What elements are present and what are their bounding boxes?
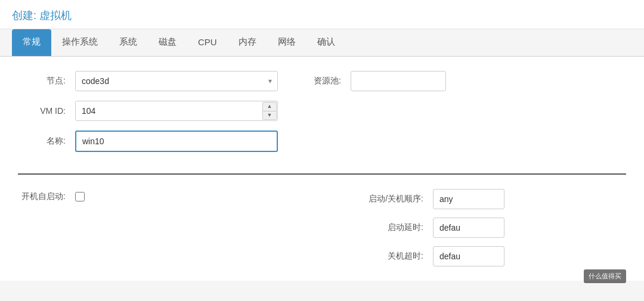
name-row: 名称:: [18, 131, 626, 152]
vmid-increment-button[interactable]: ▲: [262, 102, 277, 111]
startup-delay-input[interactable]: [433, 218, 504, 238]
right-options-col: 启动/关机顺序: 启动延时: 关机超时:: [328, 189, 626, 266]
form-section-top: 节点: code3d ▾ 资源池: VM ID: ▲: [18, 71, 626, 175]
tab-disk[interactable]: 磁盘: [148, 29, 187, 56]
vmid-spinner-wrapper: ▲ ▼: [75, 101, 278, 121]
shutdown-timeout-input[interactable]: [433, 246, 504, 266]
vmid-label: VM ID:: [18, 106, 66, 116]
node-label: 节点:: [18, 76, 66, 86]
startup-delay-label: 启动延时:: [340, 222, 423, 233]
bottom-section-row: 开机自启动: 启动/关机顺序: 启动延时:: [18, 189, 626, 266]
shutdown-timeout-label: 关机超时:: [340, 251, 423, 262]
resource-pool-group: 资源池:: [314, 71, 446, 91]
page-container: 创建: 虚拟机 常规 操作系统 系统 磁盘 CPU 内存 网络 确认 节点: c…: [0, 0, 644, 301]
tab-network[interactable]: 网络: [267, 29, 306, 56]
autostart-label: 开机自启动:: [18, 191, 66, 202]
name-label: 名称:: [18, 136, 66, 147]
tab-os[interactable]: 操作系统: [51, 29, 109, 56]
title-bar: 创建: 虚拟机: [0, 0, 644, 29]
autostart-checkbox[interactable]: [75, 192, 85, 201]
vmid-row: VM ID: ▲ ▼: [18, 101, 626, 121]
vmid-input[interactable]: [75, 101, 278, 121]
tab-system[interactable]: 系统: [109, 29, 148, 56]
page-title: 创建: 虚拟机: [12, 10, 72, 21]
startup-order-row: 启动/关机顺序:: [340, 189, 626, 209]
vmid-spinner-buttons: ▲ ▼: [262, 102, 277, 120]
node-row: 节点: code3d ▾ 资源池:: [18, 71, 626, 91]
autostart-checkbox-wrapper: [75, 192, 85, 201]
tab-cpu[interactable]: CPU: [187, 30, 228, 55]
tab-memory[interactable]: 内存: [228, 29, 267, 56]
tab-confirm[interactable]: 确认: [306, 29, 346, 56]
autostart-row: 开机自启动:: [18, 191, 85, 202]
vmid-decrement-button[interactable]: ▼: [262, 111, 277, 120]
startup-order-label: 启动/关机顺序:: [340, 194, 423, 204]
tabs-bar: 常规 操作系统 系统 磁盘 CPU 内存 网络 确认: [0, 29, 644, 57]
startup-delay-row: 启动延时:: [340, 218, 626, 238]
tab-general[interactable]: 常规: [12, 29, 51, 56]
content-area: 节点: code3d ▾ 资源池: VM ID: ▲: [0, 57, 644, 281]
name-input[interactable]: [75, 131, 278, 152]
resource-pool-input[interactable]: [351, 71, 446, 91]
node-select-wrapper: code3d ▾: [75, 71, 278, 91]
resource-pool-label: 资源池:: [314, 76, 341, 86]
node-select[interactable]: code3d: [75, 71, 278, 91]
form-section-bottom: 开机自启动: 启动/关机顺序: 启动延时:: [18, 187, 626, 266]
startup-order-input[interactable]: [433, 189, 504, 209]
shutdown-timeout-row: 关机超时:: [340, 246, 626, 266]
